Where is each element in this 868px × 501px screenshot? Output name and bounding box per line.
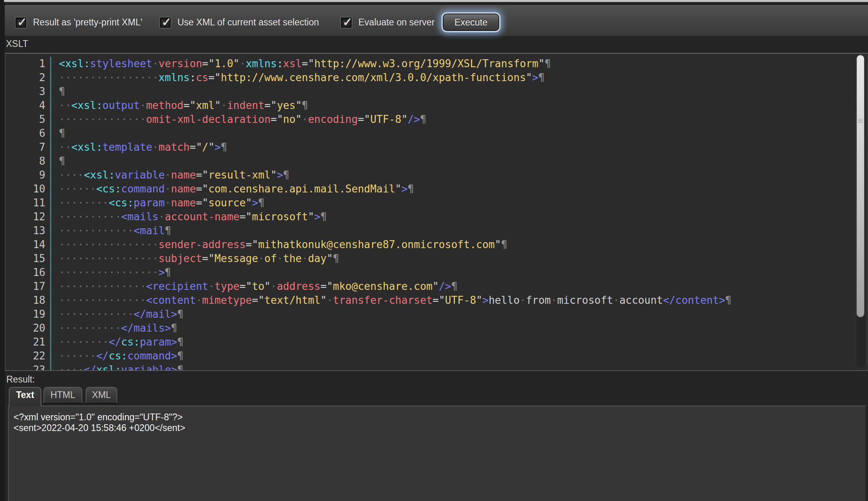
execute-button[interactable]: Execute [442, 12, 500, 32]
line-number: 5 [6, 113, 51, 126]
line-number: 1 [6, 57, 51, 71]
code-text: ····<xsl:variable·name="result-xml">¶ [51, 168, 289, 182]
code-line[interactable]: 5··············omit-xml-declaration="no"… [6, 113, 867, 126]
code-line[interactable]: 10······<cs:command·name="com.censhare.a… [6, 182, 867, 196]
code-line[interactable]: 1<xsl:stylesheet·version="1.0"·xmlns:xsl… [6, 57, 867, 71]
code-line[interactable]: 7··<xsl:template·match="/">¶ [6, 140, 867, 154]
line-number: 19 [6, 307, 51, 321]
code-text: ············</mail>¶ [51, 307, 183, 321]
checkmark-icon: ✓ [343, 15, 352, 29]
code-text: ····</xsl:variable>¶ [51, 363, 183, 371]
code-line[interactable]: 22······</cs:command>¶ [6, 349, 867, 363]
xslt-code-editor[interactable]: 1<xsl:stylesheet·version="1.0"·xmlns:xsl… [5, 53, 868, 371]
xslt-debugger-window: { "toolbar": { "check_glyph": "\u2713", … [0, 0, 868, 501]
code-text: ··············<recipient·type="to"·addre… [51, 280, 457, 293]
code-line[interactable]: 2················xmlns:cs="http://www.ce… [6, 71, 867, 85]
checkbox-group-use-xml: ✓ Use XML of current asset selection [160, 17, 319, 28]
line-number: 17 [6, 280, 51, 293]
scrollbar-grip-icon [858, 119, 863, 124]
code-text: ······</cs:command>¶ [51, 349, 183, 363]
tab-html[interactable]: HTML [43, 387, 82, 403]
code-text: <xsl:stylesheet·version="1.0"·xmlns:xsl=… [51, 57, 551, 71]
code-line[interactable]: 4··<xsl:output·method="xml"·indent="yes"… [6, 99, 867, 113]
line-number: 7 [6, 140, 51, 154]
code-text: ··············<content·mimetype="text/ht… [51, 293, 732, 307]
code-lines: 1<xsl:stylesheet·version="1.0"·xmlns:xsl… [6, 57, 867, 371]
code-text: ··<xsl:output·method="xml"·indent="yes"¶ [51, 99, 308, 113]
code-line[interactable]: 6¶ [6, 126, 867, 140]
code-line[interactable]: 9····<xsl:variable·name="result-xml">¶ [6, 168, 867, 182]
editor-scrollbar-thumb[interactable] [856, 55, 864, 317]
code-text: ··············omit-xml-declaration="no"·… [51, 113, 426, 126]
line-number: 10 [6, 182, 51, 196]
window-left-edge [0, 0, 5, 501]
line-number: 8 [6, 154, 51, 168]
result-output[interactable]: <?xml version="1.0" encoding="UTF-8"?> <… [8, 406, 866, 501]
line-number: 16 [6, 266, 51, 280]
line-number: 4 [6, 99, 51, 113]
line-number: 2 [6, 71, 51, 85]
code-text: ··········</mails>¶ [51, 321, 177, 335]
code-line[interactable]: 13············<mail¶ [6, 224, 867, 238]
toolbar: ✓ Result as 'pretty-print XML' ✓ Use XML… [5, 5, 868, 36]
code-line[interactable]: 21········</cs:param>¶ [6, 335, 867, 349]
code-line[interactable]: 15················subject="Message·of·th… [6, 252, 867, 266]
line-number: 6 [6, 126, 51, 140]
line-number: 13 [6, 224, 51, 238]
code-text: ················>¶ [51, 266, 171, 280]
xslt-section-label: XSLT [6, 39, 28, 49]
pretty-print-xml-label: Result as 'pretty-print XML' [33, 17, 142, 28]
code-text: ¶ [51, 154, 65, 168]
code-text: ··<xsl:template·match="/">¶ [51, 140, 227, 154]
line-number: 11 [6, 196, 51, 210]
code-line[interactable]: 11········<cs:param·name="source">¶ [6, 196, 867, 210]
checkbox-group-pretty-print: ✓ Result as 'pretty-print XML' [16, 17, 142, 28]
code-line[interactable]: 16················>¶ [6, 266, 867, 280]
code-line[interactable]: 20··········</mails>¶ [6, 321, 867, 335]
code-text: ················xmlns:cs="http://www.cen… [51, 71, 545, 85]
line-number: 3 [6, 85, 51, 99]
code-line[interactable]: 17··············<recipient·type="to"·add… [6, 280, 867, 293]
line-number: 22 [6, 349, 51, 363]
editor-scrollbar-track[interactable] [856, 54, 866, 369]
code-line[interactable]: 14················sender-address="mithat… [6, 238, 867, 252]
pretty-print-xml-checkbox[interactable]: ✓ [16, 17, 26, 28]
code-text: ················sender-address="mithatko… [51, 238, 507, 252]
tab-text[interactable]: Text [9, 387, 41, 406]
line-number: 21 [6, 335, 51, 349]
line-number: 18 [6, 293, 51, 307]
code-text: ················subject="Message·of·the·… [51, 252, 339, 266]
line-number: 20 [6, 321, 51, 335]
result-line: <?xml version="1.0" encoding="UTF-8"?> [14, 412, 860, 423]
result-section-label: Result: [6, 374, 35, 385]
result-line: <sent>2022-04-20 15:58:46 +0200</sent> [14, 423, 860, 433]
top-divider-strip [4, 0, 868, 2]
checkmark-icon: ✓ [162, 15, 171, 29]
code-text: ¶ [51, 85, 65, 99]
use-xml-selection-checkbox[interactable]: ✓ [160, 17, 171, 28]
evaluate-on-server-checkbox[interactable]: ✓ [341, 17, 352, 28]
code-text: ¶ [51, 126, 65, 140]
code-text: ······<cs:command·name="com.censhare.api… [51, 182, 414, 196]
code-text: ··········<mails·account-name="microsoft… [51, 210, 327, 224]
code-line[interactable]: 12··········<mails·account-name="microso… [6, 210, 867, 224]
code-line[interactable]: 23····</xsl:variable>¶ [6, 363, 867, 371]
code-text: ········<cs:param·name="source">¶ [51, 196, 265, 210]
code-line[interactable]: 8¶ [6, 154, 867, 168]
code-text: ········</cs:param>¶ [51, 335, 183, 349]
checkmark-icon: ✓ [17, 15, 27, 29]
line-number: 15 [6, 252, 51, 266]
use-xml-selection-label: Use XML of current asset selection [177, 17, 319, 28]
code-line[interactable]: 19············</mail>¶ [6, 307, 867, 321]
line-number: 9 [6, 168, 51, 182]
line-number: 12 [6, 210, 51, 224]
code-text: ············<mail¶ [51, 224, 171, 238]
code-line[interactable]: 3¶ [6, 85, 867, 99]
tab-xml[interactable]: XML [86, 387, 117, 403]
line-number: 23 [6, 363, 51, 371]
evaluate-on-server-label: Evaluate on server [358, 17, 435, 28]
code-line[interactable]: 18··············<content·mimetype="text/… [6, 293, 867, 307]
line-number: 14 [6, 238, 51, 252]
checkbox-group-evaluate: ✓ Evaluate on server [341, 17, 435, 28]
